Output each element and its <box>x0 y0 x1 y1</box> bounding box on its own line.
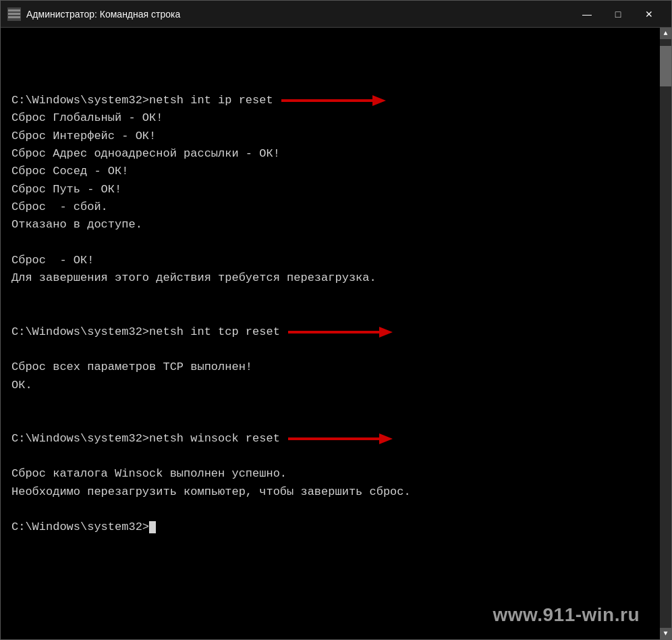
terminal-line: C:\Windows\system32>netsh int tcp reset <box>11 323 649 341</box>
terminal-line <box>11 341 649 358</box>
window-title: Администратор: Командная строка <box>26 9 571 20</box>
terminal-line: Необходимо перезагрузить компьютер, чтоб… <box>11 483 649 501</box>
prompt-text: C:\Windows\system32> <box>11 518 149 536</box>
maximize-button[interactable]: □ <box>603 1 634 28</box>
terminal[interactable]: C:\Windows\system32>netsh int ip resetСб… <box>1 28 660 548</box>
red-arrow-icon <box>281 92 389 109</box>
terminal-line <box>11 394 649 412</box>
terminal-line <box>11 448 649 465</box>
terminal-wrapper: C:\Windows\system32>netsh int ip resetСб… <box>1 28 660 639</box>
minimize-button[interactable]: — <box>571 1 603 28</box>
output-text: Для завершения этого действия требуется … <box>11 269 376 287</box>
terminal-line: Сброс - ОК! <box>11 252 649 269</box>
terminal-line: C:\Windows\system32>netsh int ip reset <box>11 92 649 109</box>
scroll-down-button[interactable]: ▼ <box>660 628 671 639</box>
red-arrow-icon <box>288 324 396 340</box>
terminal-line: Для завершения этого действия требуется … <box>11 269 649 287</box>
scroll-up-button[interactable]: ▲ <box>660 28 671 39</box>
terminal-line <box>11 412 649 429</box>
terminal-line: Сброс Сосед - ОК! <box>11 163 649 180</box>
terminal-line: Сброс Интерфейс - ОК! <box>11 128 649 145</box>
command-text: C:\Windows\system32>netsh int tcp reset <box>11 323 280 341</box>
terminal-line: Отказано в доступе. <box>11 216 649 234</box>
terminal-line: Сброс Глобальный - ОК! <box>11 109 649 127</box>
terminal-line: C:\Windows\system32> <box>11 518 649 536</box>
scrollbar-thumb[interactable] <box>660 46 671 86</box>
output-text: Сброс - ОК! <box>11 252 94 269</box>
window-icon <box>7 7 21 21</box>
red-arrow-icon <box>288 431 396 447</box>
cursor <box>149 521 156 533</box>
svg-rect-2 <box>8 16 20 18</box>
title-bar: Администратор: Командная строка — □ ✕ <box>1 1 671 28</box>
svg-rect-0 <box>8 9 20 11</box>
svg-rect-1 <box>8 13 20 15</box>
close-button[interactable]: ✕ <box>634 1 665 28</box>
output-text: Сброс Сосед - ОК! <box>11 163 128 180</box>
terminal-line: ОК. <box>11 377 649 394</box>
terminal-line <box>11 305 649 323</box>
output-text: Необходимо перезагрузить компьютер, чтоб… <box>11 483 411 501</box>
output-text: Сброс Путь - ОК! <box>11 181 121 198</box>
output-text: Сброс всех параметров TCP выполнен! <box>11 358 252 376</box>
output-text: Сброс Глобальный - ОК! <box>11 109 163 127</box>
window-controls: — □ ✕ <box>571 1 665 28</box>
svg-marker-6 <box>379 327 393 338</box>
command-text: C:\Windows\system32>netsh winsock reset <box>11 430 280 448</box>
content-area: C:\Windows\system32>netsh int ip resetСб… <box>1 28 671 639</box>
command-text: C:\Windows\system32>netsh int ip reset <box>11 92 273 109</box>
terminal-line <box>11 234 649 252</box>
terminal-line <box>11 288 649 305</box>
output-text: Сброс Интерфейс - ОК! <box>11 128 156 145</box>
scrollbar-track[interactable] <box>660 39 671 628</box>
watermark: www.911-win.ru <box>493 604 640 626</box>
output-text: Сброс - сбой. <box>11 198 108 216</box>
cmd-window: Администратор: Командная строка — □ ✕ C:… <box>0 0 672 640</box>
terminal-line: Сброс - сбой. <box>11 198 649 216</box>
output-text: ОК. <box>11 377 32 394</box>
terminal-line: Сброс всех параметров TCP выполнен! <box>11 358 649 376</box>
scrollbar: ▲ ▼ <box>660 28 671 639</box>
output-text: Сброс Адрес одноадресной рассылки - ОК! <box>11 145 280 163</box>
terminal-line: Сброс каталога Winsock выполнен успешно. <box>11 465 649 483</box>
terminal-line <box>11 501 649 518</box>
terminal-line: C:\Windows\system32>netsh winsock reset <box>11 430 649 448</box>
terminal-line: Сброс Адрес одноадресной рассылки - ОК! <box>11 145 649 163</box>
svg-marker-4 <box>372 95 386 106</box>
terminal-line: Сброс Путь - ОК! <box>11 181 649 198</box>
output-text: Отказано в доступе. <box>11 216 142 234</box>
output-text: Сброс каталога Winsock выполнен успешно. <box>11 465 287 483</box>
svg-marker-8 <box>379 433 393 444</box>
